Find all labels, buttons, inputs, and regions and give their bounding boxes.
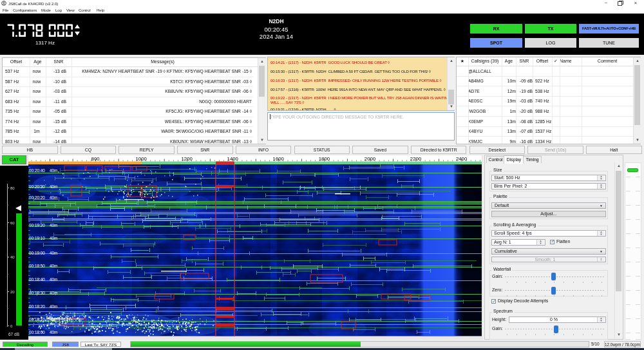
svg-text:1000: 1000 — [136, 156, 147, 162]
svg-text:40m: 40m — [50, 251, 57, 255]
svg-text:2000: 2000 — [365, 156, 376, 162]
svg-text:00:18:10: 00:18:10 — [29, 317, 45, 322]
svg-text:00:18:50: 00:18:50 — [29, 264, 45, 268]
svg-text:40m: 40m — [50, 223, 57, 228]
svg-text:67 dB: 67 dB — [8, 332, 19, 336]
svg-text:00:20:20: 00:20:20 — [29, 195, 45, 200]
svg-text:40m: 40m — [50, 317, 57, 322]
svg-text:00:18:30: 00:18:30 — [29, 291, 45, 295]
svg-text:40m: 40m — [50, 264, 57, 268]
svg-text:1200: 1200 — [182, 156, 193, 162]
svg-text:40m: 40m — [50, 168, 57, 173]
svg-text:2200: 2200 — [410, 156, 422, 162]
svg-text:40m: 40m — [50, 236, 57, 240]
svg-text:00:19:00: 00:19:00 — [29, 251, 45, 255]
svg-text:00:18:20: 00:18:20 — [29, 304, 45, 309]
svg-text:80: 80 — [10, 186, 15, 190]
svg-text:800: 800 — [91, 156, 100, 162]
svg-text:00:20:30: 00:20:30 — [29, 184, 45, 189]
svg-text:1800: 1800 — [319, 156, 330, 162]
svg-text:40m: 40m — [50, 277, 57, 282]
svg-text:00:18:40: 00:18:40 — [29, 277, 45, 282]
svg-text:00:19:20: 00:19:20 — [29, 223, 45, 228]
svg-text:1600: 1600 — [273, 156, 285, 162]
svg-text:2400: 2400 — [456, 156, 468, 162]
svg-text:40m: 40m — [50, 330, 57, 335]
svg-text:40m: 40m — [50, 304, 57, 309]
svg-text:40: 40 — [10, 255, 15, 259]
svg-text:40m: 40m — [50, 291, 57, 295]
svg-text:40m: 40m — [50, 184, 57, 189]
svg-text:20: 20 — [10, 290, 15, 294]
svg-text:00:19:10: 00:19:10 — [29, 236, 45, 240]
svg-text:00:18:00: 00:18:00 — [29, 330, 45, 335]
svg-text:00:20:40: 00:20:40 — [29, 168, 45, 173]
svg-text:1400: 1400 — [227, 156, 239, 162]
svg-text:40m: 40m — [50, 195, 57, 200]
svg-text:60: 60 — [10, 221, 15, 225]
